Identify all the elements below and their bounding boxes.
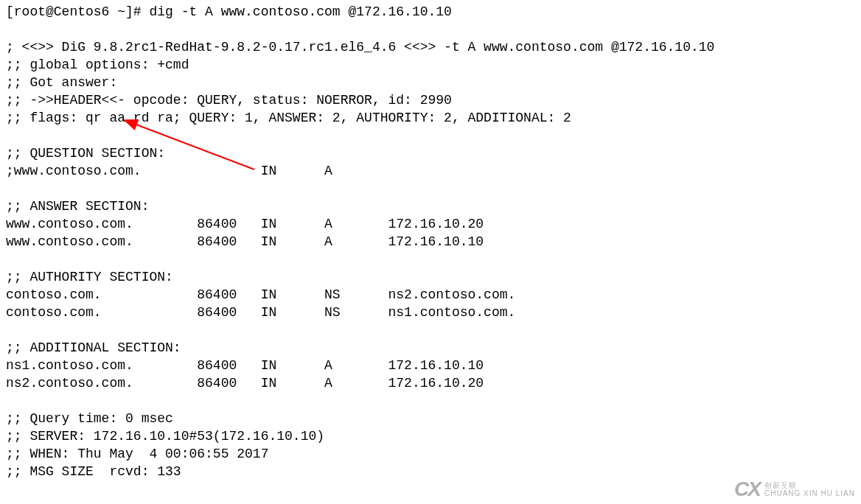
authority-row: contoso.com. 86400 IN NS ns2.contoso.com… bbox=[6, 287, 515, 302]
watermark-logo: CX bbox=[734, 480, 760, 498]
watermark-text-cn: 创新互联 bbox=[764, 481, 855, 489]
authority-section-header: ;; AUTHORITY SECTION: bbox=[6, 270, 173, 284]
question-row: ;www.contoso.com. IN A bbox=[6, 164, 332, 178]
dig-banner: ; <<>> DiG 9.8.2rc1-RedHat-9.8.2-0.17.rc… bbox=[6, 40, 714, 55]
got-answer: ;; Got answer: bbox=[6, 75, 117, 90]
watermark: CX 创新互联 CHUANG XIN HU LIAN bbox=[734, 480, 855, 498]
answer-row: www.contoso.com. 86400 IN A 172.16.10.20 bbox=[6, 217, 484, 231]
server-line: ;; SERVER: 172.16.10.10#53(172.16.10.10) bbox=[6, 429, 324, 444]
global-options: ;; global options: +cmd bbox=[6, 57, 189, 72]
prompt-line: [root@Centos6 ~]# dig -t A www.contoso.c… bbox=[6, 4, 452, 19]
query-time: ;; Query time: 0 msec bbox=[6, 411, 173, 426]
additional-row: ns1.contoso.com. 86400 IN A 172.16.10.10 bbox=[6, 358, 484, 373]
authority-row: contoso.com. 86400 IN NS ns1.contoso.com… bbox=[6, 305, 515, 320]
when-line: ;; WHEN: Thu May 4 00:06:55 2017 bbox=[6, 447, 268, 461]
answer-section-header: ;; ANSWER SECTION: bbox=[6, 199, 149, 214]
flags-line: ;; flags: qr aa rd ra; QUERY: 1, ANSWER:… bbox=[6, 111, 571, 125]
header-line: ;; ->>HEADER<<- opcode: QUERY, status: N… bbox=[6, 93, 452, 108]
terminal-output: [root@Centos6 ~]# dig -t A www.contoso.c… bbox=[0, 0, 861, 483]
msg-size: ;; MSG SIZE rcvd: 133 bbox=[6, 464, 181, 479]
additional-row: ns2.contoso.com. 86400 IN A 172.16.10.20 bbox=[6, 376, 484, 391]
additional-section-header: ;; ADDITIONAL SECTION: bbox=[6, 340, 181, 355]
answer-row: www.contoso.com. 86400 IN A 172.16.10.10 bbox=[6, 234, 484, 249]
watermark-text-en: CHUANG XIN HU LIAN bbox=[764, 489, 855, 497]
question-section-header: ;; QUESTION SECTION: bbox=[6, 146, 165, 161]
